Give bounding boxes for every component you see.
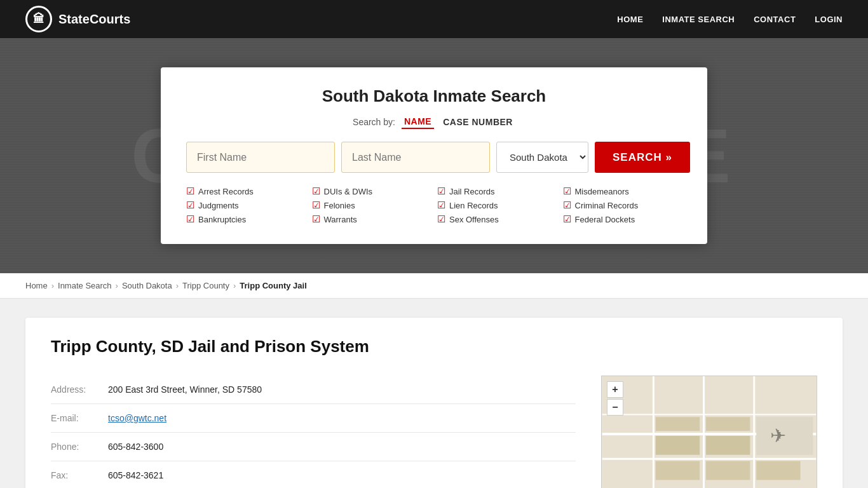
breadcrumb-sep: › bbox=[116, 281, 118, 290]
map-zoom-out[interactable]: − bbox=[607, 399, 623, 416]
check-item: ☑DUIs & DWIs bbox=[312, 186, 431, 197]
check-icon: ☑ bbox=[563, 214, 571, 225]
state-select[interactable]: South Dakota bbox=[496, 142, 588, 173]
phone-value: 605-842-3600 bbox=[108, 442, 163, 452]
svg-rect-5 bbox=[703, 376, 705, 488]
breadcrumb-current: Tripp County Jail bbox=[240, 281, 306, 290]
checks-grid: ☑Arrest Records☑DUIs & DWIs☑Jail Records… bbox=[186, 186, 682, 225]
breadcrumb-link[interactable]: South Dakota bbox=[122, 281, 172, 290]
check-label: Felonies bbox=[324, 201, 355, 210]
svg-rect-8 bbox=[706, 417, 750, 431]
check-item: ☑Felonies bbox=[312, 200, 431, 211]
breadcrumb-link[interactable]: Inmate Search bbox=[58, 281, 112, 290]
map-svg: ✈ bbox=[602, 376, 817, 488]
check-item: ☑Criminal Records bbox=[563, 200, 682, 211]
check-label: DUIs & DWIs bbox=[324, 187, 373, 196]
header-nav: HOME INMATE SEARCH CONTACT LOGIN bbox=[617, 15, 843, 24]
check-icon: ☑ bbox=[312, 186, 320, 197]
fax-label: Fax: bbox=[51, 470, 108, 480]
check-item: ☑Warrants bbox=[312, 214, 431, 225]
info-table: Address: 200 East 3rd Street, Winner, SD… bbox=[51, 376, 576, 488]
check-icon: ☑ bbox=[563, 200, 571, 211]
email-label: E-mail: bbox=[51, 413, 108, 423]
check-item: ☑Judgments bbox=[186, 200, 306, 211]
svg-rect-4 bbox=[653, 376, 654, 488]
check-icon: ☑ bbox=[437, 200, 445, 211]
fax-value: 605-842-3621 bbox=[108, 470, 163, 480]
nav-login[interactable]: LOGIN bbox=[815, 15, 843, 24]
check-icon: ☑ bbox=[186, 200, 194, 211]
svg-rect-3 bbox=[602, 414, 817, 415]
svg-rect-2 bbox=[602, 458, 817, 460]
svg-rect-12 bbox=[706, 461, 750, 480]
check-label: Sex Offenses bbox=[449, 215, 499, 224]
check-item: ☑Lien Records bbox=[437, 200, 557, 211]
check-label: Lien Records bbox=[449, 201, 498, 210]
check-label: Bankruptcies bbox=[198, 215, 246, 224]
svg-rect-6 bbox=[753, 376, 755, 488]
check-item: ☑Federal Dockets bbox=[563, 214, 682, 225]
breadcrumb-link[interactable]: Tripp County bbox=[182, 281, 229, 290]
main-content: Tripp County, SD Jail and Prison System … bbox=[0, 299, 868, 488]
phone-row: Phone: 605-842-3600 bbox=[51, 433, 576, 461]
breadcrumb-sep: › bbox=[176, 281, 179, 290]
nav-contact[interactable]: CONTACT bbox=[754, 15, 796, 24]
check-label: Warrants bbox=[324, 215, 357, 224]
svg-rect-7 bbox=[656, 417, 700, 431]
search-button[interactable]: SEARCH » bbox=[595, 142, 690, 173]
email-row: E-mail: tcso@gwtc.net bbox=[51, 404, 576, 433]
search-card: South Dakota Inmate Search Search by: NA… bbox=[161, 67, 707, 244]
check-label: Federal Dockets bbox=[575, 215, 635, 224]
check-icon: ☑ bbox=[186, 186, 194, 197]
email-link[interactable]: tcso@gwtc.net bbox=[108, 413, 166, 423]
map-zoom-controls: + − bbox=[607, 381, 623, 416]
breadcrumb-sep: › bbox=[51, 281, 54, 290]
tab-case-number[interactable]: CASE NUMBER bbox=[440, 116, 515, 128]
tab-name[interactable]: NAME bbox=[402, 115, 434, 129]
breadcrumb-sep: › bbox=[233, 281, 236, 290]
check-icon: ☑ bbox=[437, 214, 445, 225]
nav-inmate-search[interactable]: INMATE SEARCH bbox=[662, 15, 735, 24]
first-name-input[interactable] bbox=[186, 142, 335, 173]
check-icon: ☑ bbox=[186, 214, 194, 225]
svg-rect-11 bbox=[656, 461, 700, 480]
info-section: Address: 200 East 3rd Street, Winner, SD… bbox=[51, 376, 817, 488]
phone-label: Phone: bbox=[51, 442, 108, 452]
nav-home[interactable]: HOME bbox=[617, 15, 643, 24]
address-value: 200 East 3rd Street, Winner, SD 57580 bbox=[108, 384, 262, 395]
check-item: ☑Sex Offenses bbox=[437, 214, 557, 225]
last-name-input[interactable] bbox=[341, 142, 490, 173]
content-title: Tripp County, SD Jail and Prison System bbox=[51, 337, 817, 356]
check-icon: ☑ bbox=[563, 186, 571, 197]
fax-row: Fax: 605-842-3621 bbox=[51, 461, 576, 488]
search-card-title: South Dakota Inmate Search bbox=[186, 86, 682, 106]
content-card: Tripp County, SD Jail and Prison System … bbox=[25, 318, 843, 488]
check-label: Criminal Records bbox=[575, 201, 639, 210]
svg-rect-13 bbox=[756, 461, 800, 480]
check-label: Judgments bbox=[198, 201, 239, 210]
logo[interactable]: 🏛 StateCourts bbox=[25, 6, 130, 32]
check-item: ☑Bankruptcies bbox=[186, 214, 306, 225]
email-value: tcso@gwtc.net bbox=[108, 413, 166, 423]
check-icon: ☑ bbox=[437, 186, 445, 197]
check-label: Arrest Records bbox=[198, 187, 254, 196]
search-by-label: Search by: bbox=[353, 117, 395, 127]
map-zoom-in[interactable]: + bbox=[607, 381, 623, 398]
check-label: Jail Records bbox=[449, 187, 495, 196]
logo-text: StateCourts bbox=[58, 12, 130, 27]
check-label: Misdemeanors bbox=[575, 187, 629, 196]
check-item: ☑Arrest Records bbox=[186, 186, 306, 197]
header: 🏛 StateCourts HOME INMATE SEARCH CONTACT… bbox=[0, 0, 868, 38]
search-by-row: Search by: NAME CASE NUMBER bbox=[186, 115, 682, 129]
hero-section: COURTHOUSE South Dakota Inmate Search Se… bbox=[0, 38, 868, 273]
check-icon: ☑ bbox=[312, 214, 320, 225]
map-container: + − bbox=[601, 376, 817, 488]
breadcrumb-link[interactable]: Home bbox=[25, 281, 48, 290]
address-label: Address: bbox=[51, 384, 108, 395]
address-row: Address: 200 East 3rd Street, Winner, SD… bbox=[51, 376, 576, 404]
svg-rect-10 bbox=[706, 436, 750, 455]
breadcrumb: Home›Inmate Search›South Dakota›Tripp Co… bbox=[0, 273, 868, 299]
svg-text:✈: ✈ bbox=[770, 425, 786, 446]
check-item: ☑Misdemeanors bbox=[563, 186, 682, 197]
logo-icon: 🏛 bbox=[25, 6, 52, 32]
